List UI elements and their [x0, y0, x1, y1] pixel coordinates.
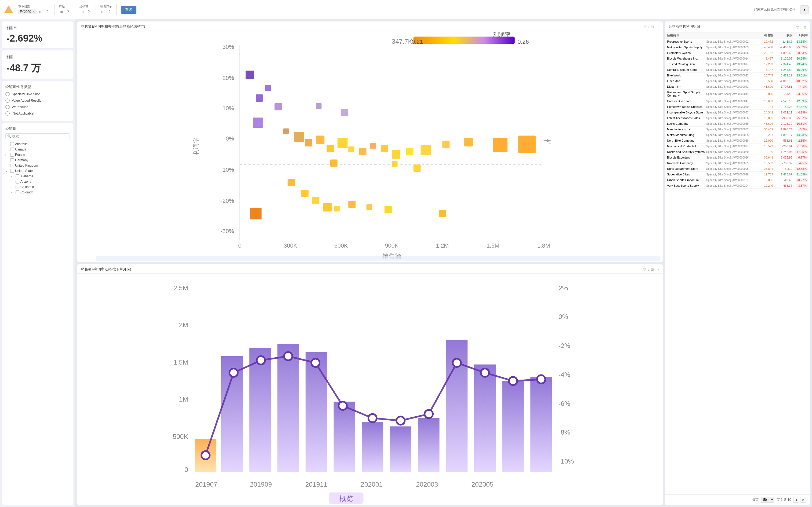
- table-row[interactable]: Very Best Sports Supply [Specialty Bike …: [665, 183, 810, 188]
- svg-point-109: [481, 369, 489, 377]
- table-row[interactable]: Exemplary Cycles [Specialty Bike Shop],[…: [665, 50, 810, 56]
- tree-child-checkbox[interactable]: [15, 190, 19, 194]
- trend-chart-header: 销售额&利润率走势(按下单月份) ▽ ↓ ⊡ ⋯: [77, 264, 663, 274]
- table-row[interactable]: Locks Company [Specialty Bike Shop],[AW0…: [665, 121, 810, 127]
- tree-item[interactable]: ∨ United States › Alabama› Arizona› Cali…: [5, 168, 70, 195]
- tree-child-item[interactable]: › Arizona: [11, 179, 70, 184]
- table-row[interactable]: Metro Manufacturing [Specialty Bike Shop…: [665, 132, 810, 138]
- tree-expand-icon[interactable]: ›: [5, 164, 9, 167]
- table-row[interactable]: Mechanical Products Ltd. [Specialty Bike…: [665, 144, 810, 149]
- filter-date-grid-icon[interactable]: ⊞: [38, 9, 44, 14]
- filter-product-help-icon[interactable]: ?: [65, 9, 70, 14]
- prev-page-btn[interactable]: <: [793, 497, 799, 503]
- tree-expand-icon[interactable]: ›: [5, 143, 9, 146]
- tree-expand-icon[interactable]: ›: [5, 159, 9, 162]
- tree-item[interactable]: › France: [5, 152, 70, 158]
- tree-child-item[interactable]: › California: [11, 184, 70, 190]
- dealer-search-box[interactable]: 🔍: [5, 133, 70, 139]
- table-row[interactable]: Bicycle Warehouse Inc. [Specialty Bike S…: [665, 56, 810, 61]
- filter-order-grid-icon[interactable]: ⊞: [100, 9, 106, 14]
- dropdown-button[interactable]: ▼: [800, 5, 809, 14]
- table-row[interactable]: Rural Department Store [Specialty Bike S…: [665, 166, 810, 172]
- filter-date-tag[interactable]: FY2020 ✕: [18, 9, 37, 14]
- filter-dealer-help-icon[interactable]: ?: [86, 9, 91, 14]
- tree-child-expand-icon[interactable]: ›: [11, 186, 14, 188]
- radio-item[interactable]: Value Added Reseller: [5, 99, 70, 103]
- tree-child-expand-icon[interactable]: ›: [11, 191, 14, 194]
- filter-dealer-grid-icon[interactable]: ⊞: [80, 9, 85, 14]
- scatter-filter-icon[interactable]: ▽: [643, 25, 646, 29]
- tree-checkbox[interactable]: [10, 142, 14, 146]
- right-download-icon[interactable]: ↓: [800, 25, 802, 29]
- filter-date-close[interactable]: ✕: [32, 10, 35, 14]
- next-page-btn[interactable]: >: [800, 497, 806, 503]
- filter-order-label: 销售订单: [100, 5, 112, 9]
- tree-node[interactable]: › United Kingdom: [5, 163, 70, 168]
- trend-download-icon[interactable]: ↓: [648, 268, 650, 272]
- tree-node[interactable]: ∨ United States: [5, 168, 70, 174]
- tree-node[interactable]: › Canada: [5, 147, 70, 152]
- tree-checkbox[interactable]: [10, 164, 14, 167]
- table-row[interactable]: Hometown Riding Supplies [Specialty Bike…: [665, 104, 810, 110]
- table-row[interactable]: Incomparable Bicycle Store [Specialty Bi…: [665, 110, 810, 115]
- table-row[interactable]: North Bike Company [Specialty Bike Shop]…: [665, 138, 810, 144]
- right-table-title: 经销商销售利润明细: [669, 24, 700, 29]
- tree-child-checkbox[interactable]: [15, 174, 19, 178]
- table-row[interactable]: Greater Bike Store [Specialty Bike Shop]…: [665, 99, 810, 104]
- dealer-search-input[interactable]: [12, 134, 68, 138]
- trend-more-icon[interactable]: ⋯: [655, 268, 659, 272]
- tree-child-checkbox[interactable]: [15, 180, 19, 183]
- tree-expand-icon[interactable]: ∨: [5, 170, 9, 172]
- table-row[interactable]: Finer Mart [Specialty Bike Shop],[AW0000…: [665, 78, 810, 84]
- right-filter-icon[interactable]: ▽: [796, 25, 799, 29]
- trend-filter-icon[interactable]: ▽: [643, 268, 646, 272]
- tree-node[interactable]: › Germany: [5, 158, 70, 163]
- tree-child-item[interactable]: › Colorado: [11, 190, 70, 195]
- trend-expand-icon[interactable]: ⊡: [651, 268, 654, 272]
- table-row[interactable]: Latest Accessories Sales [Specialty Bike…: [665, 115, 810, 121]
- tree-child-item[interactable]: › Alabama: [11, 174, 70, 179]
- table-row[interactable]: Manufacturers Inc [Specialty Bike Shop],…: [665, 127, 810, 132]
- tree-node[interactable]: › Australia: [5, 142, 70, 147]
- tree-item[interactable]: › Germany: [5, 158, 70, 163]
- cell-dealer: Bike World: [667, 74, 706, 77]
- radio-item[interactable]: [Not Applicable]: [5, 111, 70, 116]
- scatter-more-icon[interactable]: ⋯: [655, 25, 659, 29]
- tree-item[interactable]: › Canada: [5, 147, 70, 152]
- tree-item[interactable]: › Australia: [5, 142, 70, 147]
- table-row[interactable]: Progressive Sports [Specialty Bike Shop]…: [665, 39, 810, 45]
- radio-item[interactable]: Specialty Bike Shop: [5, 92, 70, 96]
- per-page-select[interactable]: 50 20 100: [761, 497, 774, 503]
- filter-date-help-icon[interactable]: ?: [45, 9, 50, 14]
- query-button[interactable]: 查询: [121, 6, 137, 14]
- table-row[interactable]: Bike World [Specialty Bike Shop],[AW0000…: [665, 73, 810, 78]
- tree-node[interactable]: › France: [5, 152, 70, 158]
- dealer-sort-icon[interactable]: ⇅: [677, 34, 679, 37]
- filter-product-grid-icon[interactable]: ⊞: [59, 9, 64, 14]
- tree-child-expand-icon[interactable]: ›: [11, 180, 14, 183]
- tree-checkbox[interactable]: [10, 169, 14, 173]
- table-row[interactable]: Bicycle Exporters [Specialty Bike Shop],…: [665, 155, 810, 160]
- tree-checkbox[interactable]: [10, 153, 14, 157]
- tree-checkbox[interactable]: [10, 158, 14, 162]
- radio-item[interactable]: Warehouse: [5, 105, 70, 109]
- table-row[interactable]: Games and Sport Supply Company [Specialt…: [665, 90, 810, 99]
- table-row[interactable]: Urban Sports Emporium [Specialty Bike Sh…: [665, 177, 810, 183]
- table-row[interactable]: Riverside Company [Specialty Bike Shop],…: [665, 160, 810, 166]
- table-row[interactable]: Trusted Catalog Store [Specialty Bike Sh…: [665, 61, 810, 67]
- table-row[interactable]: Central Discount Store [Specialty Bike S…: [665, 67, 810, 73]
- table-row[interactable]: Superlative Bikes [Specialty Bike Shop],…: [665, 172, 810, 177]
- filter-order-help-icon[interactable]: ?: [107, 9, 112, 14]
- scatter-download-icon[interactable]: ↓: [648, 25, 650, 29]
- table-row[interactable]: Metropolitan Sports Supply [Specialty Bi…: [665, 45, 810, 50]
- tree-checkbox[interactable]: [10, 148, 14, 151]
- scatter-expand-icon[interactable]: ⊡: [651, 25, 654, 29]
- tree-expand-icon[interactable]: ›: [5, 154, 9, 156]
- tree-child-expand-icon[interactable]: ›: [11, 175, 14, 178]
- table-row[interactable]: Racks and Security Systems [Specialty Bi…: [665, 149, 810, 155]
- tree-child-checkbox[interactable]: [15, 185, 19, 189]
- tree-expand-icon[interactable]: ›: [5, 148, 9, 151]
- right-expand-icon[interactable]: ⊡: [803, 25, 806, 29]
- table-row[interactable]: Distant Inn [Specialty Bike Shop],[AW000…: [665, 84, 810, 90]
- tree-item[interactable]: › United Kingdom: [5, 163, 70, 168]
